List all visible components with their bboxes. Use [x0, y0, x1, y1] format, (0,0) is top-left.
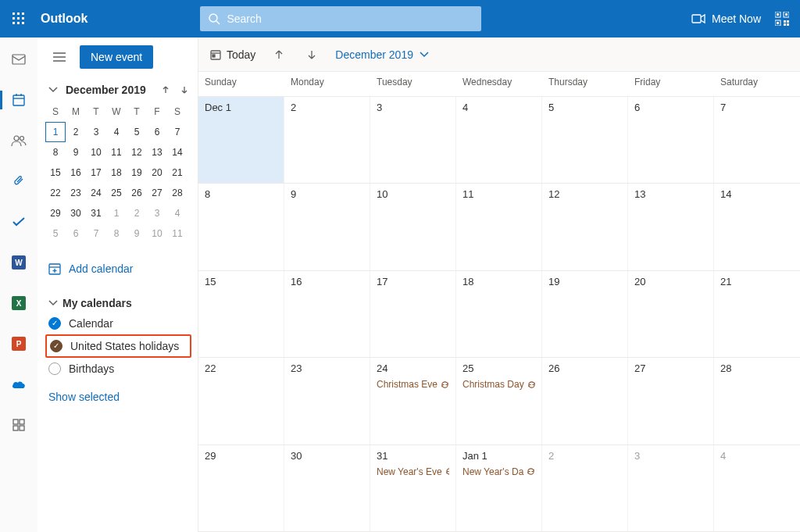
- day-cell[interactable]: 10: [370, 184, 456, 270]
- mini-day[interactable]: 2: [127, 203, 147, 223]
- mini-day[interactable]: 15: [45, 162, 66, 183]
- day-cell[interactable]: 5: [542, 97, 628, 183]
- rail-files[interactable]: [0, 169, 38, 194]
- mini-day[interactable]: 21: [167, 162, 188, 183]
- day-cell[interactable]: 4: [456, 97, 542, 183]
- search-input[interactable]: [220, 12, 473, 25]
- add-calendar-button[interactable]: Add calendar: [45, 255, 191, 283]
- day-cell[interactable]: 17: [370, 271, 456, 357]
- next-month-button[interactable]: [302, 45, 321, 64]
- search-box[interactable]: [200, 6, 481, 31]
- day-cell[interactable]: 8: [198, 184, 284, 270]
- day-cell[interactable]: 22: [198, 358, 284, 444]
- mini-day[interactable]: 22: [45, 183, 66, 203]
- day-cell[interactable]: 23: [284, 358, 370, 444]
- day-cell[interactable]: 31New Year's Eve: [370, 445, 456, 531]
- mini-day[interactable]: 3: [86, 122, 106, 142]
- new-event-button[interactable]: New event: [80, 45, 153, 69]
- day-cell[interactable]: 18: [456, 271, 542, 357]
- day-cell[interactable]: 30: [284, 445, 370, 531]
- day-cell[interactable]: 26: [542, 358, 628, 444]
- mini-day[interactable]: 1: [45, 122, 66, 142]
- day-cell[interactable]: 16: [284, 271, 370, 357]
- mini-day[interactable]: 2: [66, 122, 86, 142]
- today-button[interactable]: Today: [209, 48, 255, 61]
- calendar-checkbox[interactable]: ✓: [50, 340, 62, 352]
- mini-day[interactable]: 29: [45, 203, 66, 223]
- rail-powerpoint[interactable]: P: [0, 331, 38, 356]
- mini-day[interactable]: 25: [106, 183, 127, 203]
- calendar-event[interactable]: New Year's Eve: [377, 466, 449, 477]
- prev-month-button[interactable]: [270, 45, 288, 64]
- meet-now-button[interactable]: Meet Now: [691, 12, 761, 25]
- mini-day[interactable]: 28: [167, 183, 188, 203]
- day-cell[interactable]: Jan 1New Year's Da: [456, 445, 542, 531]
- calendar-checkbox[interactable]: [48, 362, 61, 375]
- calendar-item[interactable]: Birthdays: [45, 358, 191, 380]
- mini-prev-button[interactable]: [159, 83, 173, 97]
- mini-day[interactable]: 12: [127, 142, 147, 162]
- mini-day[interactable]: 27: [147, 183, 167, 203]
- calendar-event[interactable]: Christmas Eve: [377, 379, 449, 390]
- rail-excel[interactable]: X: [0, 291, 38, 316]
- mini-day[interactable]: 20: [147, 162, 167, 183]
- mini-day[interactable]: 10: [86, 142, 106, 162]
- mini-day[interactable]: 7: [167, 122, 188, 142]
- day-cell[interactable]: 19: [542, 271, 628, 357]
- mini-day[interactable]: 10: [147, 223, 167, 244]
- qr-icon[interactable]: [775, 12, 789, 26]
- mini-day[interactable]: 24: [86, 183, 106, 203]
- day-cell[interactable]: 4: [714, 445, 800, 531]
- mini-day[interactable]: 6: [66, 223, 86, 244]
- mini-day[interactable]: 9: [127, 223, 147, 244]
- hamburger-button[interactable]: [48, 46, 70, 68]
- day-cell[interactable]: Dec 1: [198, 97, 284, 183]
- mini-day[interactable]: 26: [127, 183, 147, 203]
- rail-more-apps[interactable]: [0, 412, 38, 437]
- app-launcher-button[interactable]: [0, 0, 38, 37]
- calendar-event[interactable]: Christmas Day: [462, 379, 535, 390]
- day-cell[interactable]: 14: [714, 184, 800, 270]
- mini-day[interactable]: 19: [127, 162, 147, 183]
- day-cell[interactable]: 11: [456, 184, 542, 270]
- mini-day[interactable]: 13: [147, 142, 167, 162]
- mini-day[interactable]: 23: [66, 183, 86, 203]
- day-cell[interactable]: 15: [198, 271, 284, 357]
- day-cell[interactable]: 3: [628, 445, 714, 531]
- mini-day[interactable]: 9: [66, 142, 86, 162]
- mini-day[interactable]: 30: [66, 203, 86, 223]
- mini-day[interactable]: 8: [45, 142, 66, 162]
- day-cell[interactable]: 20: [628, 271, 714, 357]
- day-cell[interactable]: 2: [284, 97, 370, 183]
- mini-day[interactable]: 16: [66, 162, 86, 183]
- chevron-down-icon[interactable]: [48, 87, 61, 93]
- mini-day[interactable]: 4: [167, 203, 188, 223]
- day-cell[interactable]: 27: [628, 358, 714, 444]
- day-cell[interactable]: 28: [714, 358, 800, 444]
- mini-day[interactable]: 11: [106, 142, 127, 162]
- my-calendars-toggle[interactable]: My calendars: [45, 294, 191, 312]
- day-cell[interactable]: 25Christmas Day: [456, 358, 542, 444]
- show-selected-button[interactable]: Show selected: [45, 380, 191, 414]
- calendar-event[interactable]: New Year's Da: [462, 466, 535, 477]
- calendar-item[interactable]: ✓Calendar: [45, 312, 191, 334]
- day-cell[interactable]: 7: [714, 97, 800, 183]
- calendar-item[interactable]: ✓United States holidays: [45, 334, 191, 358]
- rail-calendar[interactable]: [0, 87, 38, 112]
- rail-onedrive[interactable]: [0, 372, 38, 397]
- day-cell[interactable]: 24Christmas Eve: [370, 358, 456, 444]
- calendar-checkbox[interactable]: ✓: [48, 317, 61, 330]
- day-cell[interactable]: 3: [370, 97, 456, 183]
- day-cell[interactable]: 9: [284, 184, 370, 270]
- mini-day[interactable]: 11: [167, 223, 188, 244]
- mini-next-button[interactable]: [177, 83, 191, 97]
- rail-word[interactable]: W: [0, 250, 38, 275]
- mini-day[interactable]: 7: [86, 223, 106, 244]
- rail-todo[interactable]: [0, 209, 38, 234]
- mini-day[interactable]: 8: [106, 223, 127, 244]
- rail-mail[interactable]: [0, 47, 38, 72]
- day-cell[interactable]: 6: [628, 97, 714, 183]
- mini-day[interactable]: 1: [106, 203, 127, 223]
- mini-day[interactable]: 4: [106, 122, 127, 142]
- mini-day[interactable]: 31: [86, 203, 106, 223]
